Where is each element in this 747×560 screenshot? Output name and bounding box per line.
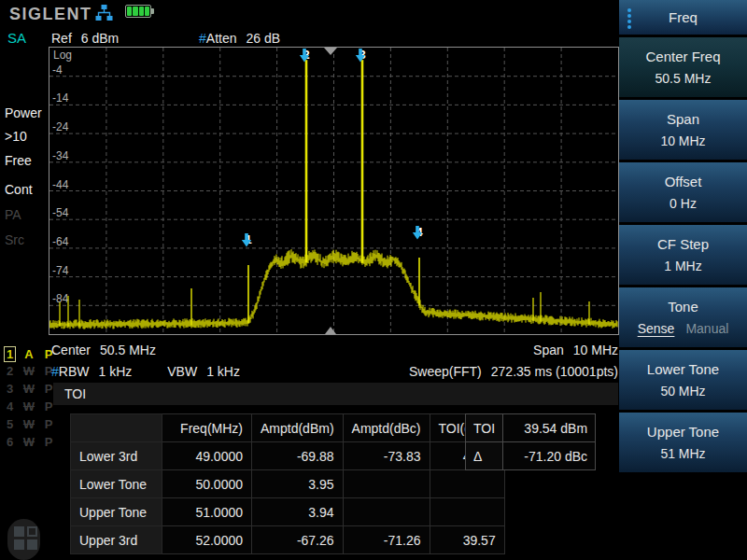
softkey-tone[interactable]: Tone Sense Manual [619,287,747,350]
toi-summary-table: TOI 39.54 dBm Δ -71.20 dBc [465,413,596,470]
trace-row-4[interactable]: 4WP [4,399,55,417]
marker-4[interactable]: 4 [412,226,427,238]
bw-annotation-row: #RBW1 kHzVBW1 kHz Sweep(FFT)272.35 ms (1… [51,364,618,379]
toi-table: Freq(MHz) Amptd(dBm) Amptd(dBc) TOI(dBm)… [70,413,505,554]
y-axis-tick: -74 [52,264,68,277]
toi-header-row: Freq(MHz) Amptd(dBm) Amptd(dBc) TOI(dBm) [71,414,505,442]
span-readout[interactable]: Span10 MHz [533,343,618,357]
marker-arrow-icon [241,233,252,247]
sidebar-item-cont[interactable]: Cont [5,182,33,197]
battery-icon [125,5,151,18]
table-row: Lower Tone 50.0000 3.95 [71,470,505,498]
softkey-offset[interactable]: Offset 0 Hz [619,162,747,225]
table-row: Upper Tone 51.0000 3.94 [71,498,505,526]
y-axis-tick: -4 [52,63,63,77]
freq-annotation-row: Center50.5 MHz Span10 MHz [51,343,618,357]
softkey-value: 1 MHz [664,259,701,273]
spectrum-trace [49,48,618,334]
sidebar-item-pa[interactable]: PA [5,207,21,222]
trace-row-2[interactable]: 2WP [4,364,55,382]
ref-label: Ref [51,31,72,46]
atten-value: 26 dB [247,31,281,46]
softkey-value: 0 Hz [669,196,697,211]
softkey-value: 10 MHz [660,133,705,148]
softkey-label: Upper Tone [647,424,719,440]
y-axis-tick: -14 [52,91,68,105]
trace-row-6[interactable]: 6WP [4,435,55,453]
atten-hash: # [199,31,206,46]
spectrum-display: Log -4-14-24-34-44-54-64-74-841234 [49,47,619,335]
marker-2[interactable]: 2 [299,49,314,61]
table-row: Upper 3rd 52.0000 -67.26 -71.26 39.57 [71,526,505,554]
marker-3[interactable]: 3 [355,49,370,61]
sidebar-item-src[interactable]: Src [5,232,24,247]
siglent-logo: SIGLENT [9,5,92,24]
marker-arrow-icon [299,49,310,63]
analyzer-screen: SIGLENT SA Ref6 dBm #Atten26 dB Power >1… [0,0,747,560]
menu-header[interactable]: Freq [619,0,747,37]
softkey-lower-tone[interactable]: Lower Tone 50 MHz [619,350,747,413]
y-axis-tick: -24 [52,120,68,133]
softkey-value: 50 MHz [660,384,705,399]
menu-title: Freq [669,9,698,25]
y-axis-tick: -84 [52,292,68,305]
mode-indicator[interactable]: SA [7,30,26,46]
softkey-label: Offset [665,174,702,189]
grid-icon [14,526,37,550]
marker-1[interactable]: 1 [241,233,256,245]
sweep-readout: Sweep(FFT)272.35 ms (10001pts) [409,364,618,379]
softkey-label: CF Step [657,236,709,252]
rbw-vbw-readout[interactable]: #RBW1 kHzVBW1 kHz [51,364,240,379]
softkey-center-freq[interactable]: Center Freq 50.5 MHz [619,37,747,100]
softkey-value: 50.5 MHz [655,71,712,86]
marker-arrow-icon [412,226,423,240]
ref-level-readout[interactable]: Ref6 dBm [51,31,119,46]
display-layout-button[interactable] [7,519,40,560]
softkey-span[interactable]: Span 10 MHz [619,100,747,162]
lan-icon [95,5,113,21]
trace-row-5[interactable]: 5WP [4,417,55,435]
softkey-upper-tone[interactable]: Upper Tone 51 MHz [619,413,747,475]
toi-panel-title: TOI [53,383,618,405]
softkey-label: Lower Tone [647,361,719,377]
menu-dots-icon [627,8,631,29]
center-freq-readout[interactable]: Center50.5 MHz [51,343,156,357]
atten-label: Atten [206,31,237,46]
tone-option-sense[interactable]: Sense [638,321,675,336]
trace-row-3[interactable]: 3WP [4,382,55,399]
delta-result-row: Δ -71.20 dBc [466,442,596,470]
marker-arrow-icon [355,49,366,63]
y-axis-tick: -54 [52,206,68,219]
softkey-value: 51 MHz [660,446,705,461]
sidebar-item-power[interactable]: Power [5,105,42,120]
table-row: Lower 3rd 49.0000 -69.88 -73.83 40.87 [71,442,505,470]
y-axis-tick: -64 [52,235,68,248]
softkey-label: Tone [668,299,698,315]
sidebar-item-gt10[interactable]: >10 [5,129,27,144]
toi-result-row: TOI 39.54 dBm [466,414,596,442]
softkey-menu: Freq Center Freq 50.5 MHz Span 10 MHz Of… [619,0,747,560]
scale-type-label: Log [53,49,72,62]
softkey-cf-step[interactable]: CF Step 1 MHz [619,225,747,287]
ref-value: 6 dBm [81,31,119,46]
softkey-label: Span [667,111,699,127]
atten-readout[interactable]: #Atten26 dB [199,31,280,46]
sidebar-item-free[interactable]: Free [5,153,32,168]
trace-row-1[interactable]: 1AP [4,346,55,364]
softkey-label: Center Freq [645,49,720,64]
y-axis-tick: -34 [52,149,68,162]
tone-option-manual[interactable]: Manual [685,321,728,336]
y-axis-tick: -44 [52,178,68,191]
